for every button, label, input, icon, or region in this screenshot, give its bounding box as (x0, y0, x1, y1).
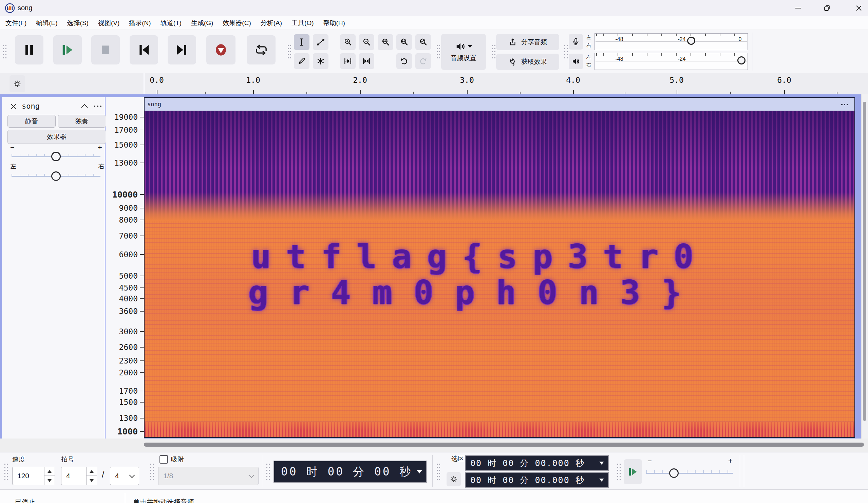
trim-outside-selection-button[interactable] (340, 53, 355, 69)
time-signature-grip[interactable] (3, 462, 8, 481)
solo-button[interactable]: 独奏 (58, 115, 106, 127)
menu-edit[interactable]: 编辑(E) (36, 19, 57, 28)
tempo-down-button[interactable] (44, 476, 55, 485)
tools-grip[interactable] (287, 43, 291, 59)
skip-to-end-button[interactable] (168, 35, 196, 64)
snap-grip[interactable] (149, 462, 154, 481)
menu-file[interactable]: 文件(F) (6, 19, 27, 28)
track-name[interactable]: song (22, 102, 40, 110)
playback-meter-bar[interactable]: -48 -24 0 (595, 53, 748, 70)
spectrogram-view[interactable]: utflag{sp3tr0 gr4m0ph0n3} (145, 111, 855, 437)
menu-view[interactable]: 视图(V) (98, 19, 120, 28)
selection-start-dropdown-icon[interactable] (599, 462, 604, 465)
collapse-chevron-icon[interactable] (78, 102, 90, 111)
draw-tool-button[interactable] (294, 53, 309, 69)
fit-selection-button[interactable] (378, 34, 393, 50)
get-effects-button[interactable]: 获取效果 (496, 54, 559, 70)
zoom-toggle-button[interactable] (415, 34, 431, 50)
pan-slider-thumb[interactable] (51, 172, 61, 181)
mute-button[interactable]: 静音 (8, 115, 56, 127)
play-at-speed-button[interactable] (624, 459, 642, 484)
audio-position-display[interactable]: 00 时 00 分 00 秒 (273, 461, 427, 483)
fit-project-button[interactable] (396, 34, 412, 50)
skip-to-start-button[interactable] (130, 35, 158, 64)
meter-left-label: 左 (586, 53, 591, 61)
recording-meter-bar[interactable]: -48 -24 0 (595, 33, 748, 50)
clip-menu-kebab-icon[interactable] (839, 101, 850, 109)
menu-select[interactable]: 选择(S) (67, 19, 89, 28)
selection-end-display[interactable]: 00 时 00 分 00.000 秒 (465, 472, 609, 488)
timesig-upper-input[interactable]: 4 (61, 467, 86, 485)
track-close-icon[interactable] (8, 101, 18, 112)
undo-button[interactable] (396, 53, 412, 69)
silence-selection-button[interactable] (359, 53, 374, 69)
menu-transport[interactable]: 播录(N) (129, 19, 151, 28)
title-bar: song (0, 0, 868, 16)
meter-grip[interactable] (563, 43, 568, 59)
selection-grip[interactable] (436, 462, 440, 481)
snap-label: 吸附 (171, 455, 184, 464)
share-grip[interactable] (491, 43, 495, 59)
horizontal-scrollbar[interactable] (0, 439, 868, 452)
envelope-tool-button[interactable] (313, 34, 329, 50)
share-audio-button[interactable]: 分享音频 (496, 34, 559, 50)
frequency-ruler[interactable]: 19000 17000 15000 13000 10000 9000 8000 … (105, 97, 144, 439)
snap-interval-select[interactable]: 1/8 (158, 467, 259, 485)
audio-setup-button[interactable]: 音频设置 (441, 34, 486, 70)
vertical-scrollbar-thumb[interactable] (863, 102, 866, 421)
menu-tools[interactable]: 工具(O) (291, 19, 313, 28)
vertical-scrollbar[interactable] (861, 94, 868, 439)
toolbar: 音频设置 分享音频 获取效果 左 右 (0, 30, 868, 73)
snap-checkbox[interactable] (159, 455, 168, 464)
playback-volume-slider[interactable] (737, 57, 745, 64)
track-menu-kebab-icon[interactable] (91, 102, 104, 111)
stop-button[interactable] (91, 35, 120, 64)
play-speed-slider-thumb[interactable] (669, 469, 679, 478)
timesig-up-button[interactable] (86, 467, 97, 476)
tempo-input[interactable]: 120 (12, 467, 44, 485)
record-button[interactable] (206, 35, 236, 64)
timeline-label-3: 3.0 (460, 76, 474, 84)
menu-help[interactable]: 帮助(H) (323, 19, 345, 28)
timeline-options-gear-icon[interactable] (10, 75, 25, 92)
time-grip[interactable] (265, 462, 270, 481)
timesig-down-button[interactable] (86, 476, 97, 485)
restore-button[interactable] (818, 0, 835, 16)
horizontal-scrollbar-thumb[interactable] (144, 443, 864, 446)
window-title: song (18, 4, 32, 12)
multi-tool-button[interactable] (313, 53, 329, 69)
menu-analyze[interactable]: 分析(A) (261, 19, 282, 28)
menu-generate[interactable]: 生成(G) (191, 19, 213, 28)
redo-button[interactable] (415, 53, 431, 69)
close-icon[interactable] (850, 0, 867, 16)
audio-clip: song utflag{sp3tr0 gr4m0ph0n3} (144, 97, 855, 438)
track-control-panel: song 静音 独奏 效果器 − + 左 右 (2, 97, 105, 439)
microphone-icon[interactable] (569, 34, 583, 50)
menu-effect[interactable]: 效果器(C) (223, 19, 251, 28)
selection-tool-button[interactable] (294, 34, 309, 50)
loop-button[interactable] (247, 35, 276, 64)
time-format-dropdown-icon[interactable] (417, 470, 422, 473)
clip-title[interactable]: song (147, 101, 161, 107)
minimize-button[interactable] (789, 0, 807, 16)
zoom-out-button[interactable] (359, 34, 374, 50)
audacity-window: song 文件(F) 编辑(E) 选择(S) 视图(V) 播录(N) 轨道(T)… (0, 0, 868, 503)
selection-start-display[interactable]: 00 时 00 分 00.000 秒 (465, 455, 609, 471)
selection-options-gear-icon[interactable] (446, 472, 461, 486)
audio-setup-grip[interactable] (436, 43, 440, 59)
speaker-small-icon[interactable] (569, 54, 583, 69)
timeline-ruler[interactable]: 0.0 1.0 2.0 3.0 4.0 5.0 6.0 (0, 73, 868, 94)
tempo-up-button[interactable] (44, 467, 55, 476)
selection-end-dropdown-icon[interactable] (599, 479, 604, 482)
effects-button[interactable]: 效果器 (8, 130, 106, 144)
timesig-lower-select[interactable]: 4 (110, 467, 139, 485)
play-speed-grip[interactable] (616, 462, 621, 481)
zoom-in-button[interactable] (340, 34, 355, 50)
menu-tracks[interactable]: 轨道(T) (161, 19, 182, 28)
clip-header[interactable]: song (145, 98, 855, 111)
recording-volume-slider[interactable] (687, 37, 695, 45)
transport-grip[interactable] (2, 43, 7, 59)
play-button[interactable] (53, 35, 82, 64)
pause-button[interactable] (15, 35, 43, 64)
gain-slider-thumb[interactable] (51, 152, 61, 161)
